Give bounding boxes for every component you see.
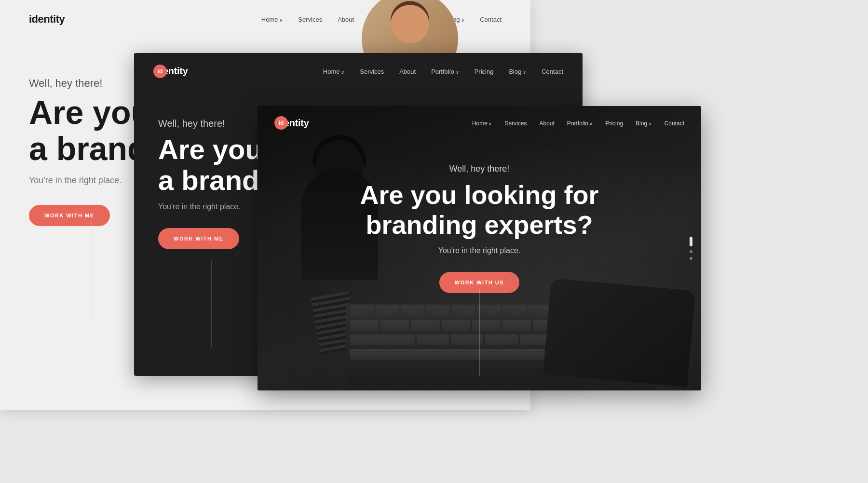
nav-link-home-light[interactable]: Home [261, 16, 283, 23]
logo-photo: id entity [274, 116, 309, 130]
nav-link-about-photo[interactable]: About [540, 120, 555, 127]
nav-link-contact-light[interactable]: Contact [480, 16, 502, 23]
nav-link-pricing-photo[interactable]: Pricing [605, 120, 623, 127]
nav-item-blog-photo[interactable]: Blog [636, 119, 652, 127]
scroll-dot-3 [690, 257, 692, 260]
divider-light [92, 222, 92, 318]
cta-button-dark[interactable]: WORK WITH ME [158, 228, 239, 249]
nav-link-portfolio-dark[interactable]: Portfolio [431, 68, 459, 75]
nav-links-photo: Home Services About Portfolio Pricing Bl… [472, 119, 684, 127]
logo-light: identity [29, 13, 65, 26]
nav-link-home-dark[interactable]: Home [323, 68, 344, 75]
nav-item-home-dark[interactable]: Home [323, 67, 344, 76]
greeting-photo: Well, hey there! [258, 164, 701, 174]
nav-link-blog-photo[interactable]: Blog [636, 120, 652, 127]
nav-item-portfolio-photo[interactable]: Portfolio [567, 119, 593, 127]
subtext-photo: You're in the right place. [258, 246, 701, 255]
photo-theme-layer: id entity Home Services About Portfolio … [258, 106, 701, 390]
scroll-dot-2 [690, 250, 692, 253]
logo-dark: id entity [153, 65, 188, 78]
nav-link-about-dark[interactable]: About [399, 68, 416, 75]
nav-item-home-light[interactable]: Home [261, 15, 283, 24]
scroll-dot-1 [690, 237, 692, 246]
nav-item-portfolio-dark[interactable]: Portfolio [431, 67, 459, 76]
nav-item-contact-dark[interactable]: Contact [542, 67, 563, 76]
divider-photo [479, 289, 480, 376]
nav-item-services-light[interactable]: Services [298, 15, 322, 24]
nav-item-contact-light[interactable]: Contact [480, 15, 502, 24]
nav-link-home-photo[interactable]: Home [472, 120, 492, 127]
divider-dark [211, 260, 212, 347]
nav-link-contact-dark[interactable]: Contact [542, 68, 563, 75]
nav-item-services-dark[interactable]: Services [360, 67, 384, 76]
nav-item-contact-photo[interactable]: Contact [665, 119, 684, 127]
nav-link-services-light[interactable]: Services [298, 16, 322, 23]
nav-link-blog-dark[interactable]: Blog [509, 68, 526, 75]
logo-dot-photo: id [274, 116, 288, 130]
nav-link-services-dark[interactable]: Services [360, 68, 384, 75]
nav-item-blog-dark[interactable]: Blog [509, 67, 526, 76]
nav-link-portfolio-photo[interactable]: Portfolio [567, 120, 593, 127]
hero-photo: Well, hey there! Are you looking for bra… [258, 140, 701, 293]
scroll-indicator [690, 237, 692, 260]
nav-link-services-photo[interactable]: Services [504, 120, 527, 127]
nav-link-contact-photo[interactable]: Contact [665, 120, 684, 127]
nav-item-about-photo[interactable]: About [540, 119, 555, 127]
cta-button-light[interactable]: WORK WITH ME [29, 205, 110, 226]
headline-photo: Are you looking for branding experts? [258, 180, 701, 240]
logo-dot-dark: id [153, 65, 167, 78]
nav-item-pricing-photo[interactable]: Pricing [605, 119, 623, 127]
navbar-photo: id entity Home Services About Portfolio … [258, 106, 701, 140]
nav-item-home-photo[interactable]: Home [472, 119, 492, 127]
nav-link-pricing-dark[interactable]: Pricing [475, 68, 494, 75]
nav-item-services-photo[interactable]: Services [504, 119, 527, 127]
navbar-dark: id entity Home Services About Portfolio … [134, 53, 583, 89]
nav-item-about-dark[interactable]: About [399, 67, 416, 76]
nav-item-pricing-dark[interactable]: Pricing [475, 67, 494, 76]
nav-links-dark: Home Services About Portfolio Pricing Bl… [323, 67, 563, 76]
